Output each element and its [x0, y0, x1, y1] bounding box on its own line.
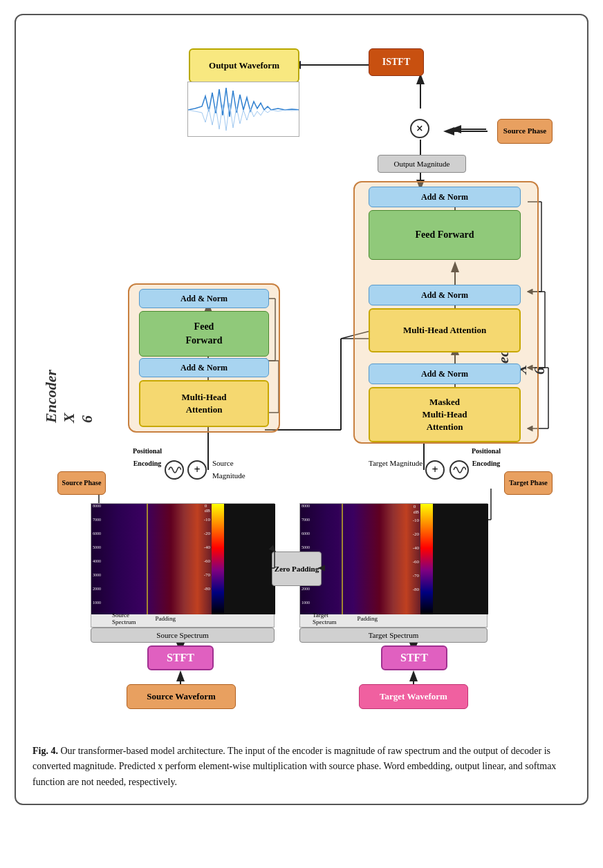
source-waveform-label: Source Waveform [147, 691, 216, 702]
positional-encoding-left-label: Positional Encoding [133, 447, 162, 467]
zero-padding-label: Zero Padding [275, 564, 319, 574]
target-waveform-label: Target Waveform [380, 691, 447, 702]
output-magnitude-label: Output Magnitude [394, 160, 450, 168]
source-phase-left-box: Source Phase [57, 471, 106, 495]
source-phase-top-box: Source Phase [497, 119, 553, 144]
target-spectrum-container: 0 dB -10 -20 -40 -60 -70 -80 8000 7000 6… [299, 503, 488, 628]
target-magnitude-text: Target Magnitude [369, 459, 423, 467]
feed-forward-dec-label: Feed Forward [415, 228, 474, 242]
stft-right-box: STFT [381, 645, 447, 670]
multi-head-enc-label: Multi-HeadAttention [182, 391, 227, 416]
waveform-visualization [187, 82, 299, 137]
source-phase-top-label: Source Phase [503, 126, 546, 135]
source-spectrum-container: 0 dB -10 -20 -40 -60 -70 -80 8000 7000 6… [91, 503, 275, 628]
stft-left-box: STFT [147, 645, 214, 670]
output-waveform-label: Output Waveform [209, 60, 279, 71]
caption-text: Our transformer-based model architecture… [33, 746, 556, 787]
output-magnitude-box: Output Magnitude [378, 155, 466, 173]
decoder-add-norm-top: Add & Norm [369, 187, 521, 207]
masked-multi-head-label: MaskedMulti-HeadAttention [423, 396, 467, 434]
source-magnitude-text: Source Magnitude [212, 459, 245, 480]
source-waveform-box: Source Waveform [127, 684, 236, 709]
figure-caption: Fig. 4. Our transformer-based model arch… [30, 744, 573, 790]
multiply-circle: × [410, 119, 429, 138]
caption-fig-label: Fig. 4. [33, 746, 58, 756]
decoder-multi-head: Multi-Head Attention [369, 308, 521, 352]
istft-box: ISTFT [369, 48, 424, 76]
diagram: Output Waveform ISTFT × Source Phase Out… [30, 29, 573, 734]
encoder-feed-forward: FeedForward [139, 311, 269, 357]
plus-circle-left: + [187, 460, 207, 480]
decoder-masked-multi-head: MaskedMulti-HeadAttention [369, 387, 521, 442]
encoder-multi-head: Multi-HeadAttention [139, 380, 269, 427]
source-spectrum-label-bar: Source Spectrum [91, 628, 275, 643]
stft-left-label: STFT [167, 652, 194, 664]
target-waveform-box: Target Waveform [359, 684, 468, 709]
encoder-add-norm-bot: Add & Norm [139, 358, 269, 377]
decoder-add-norm-mid: Add & Norm [369, 285, 521, 305]
positional-encoding-right-label: Positional Encoding [472, 447, 501, 467]
target-magnitude-label: Target Magnitude [369, 456, 424, 469]
feed-forward-enc-label: FeedForward [186, 320, 223, 347]
target-spectrum-label-bar: Target Spectrum [299, 628, 488, 643]
padding-sub2: Padding [358, 615, 378, 622]
source-phase-left-label: Source Phase [62, 479, 102, 487]
target-phase-right-box: Target Phase [504, 471, 553, 495]
sine-circle-right [449, 460, 469, 480]
decoder-feed-forward: Feed Forward [369, 210, 521, 260]
istft-label: ISTFT [382, 57, 410, 68]
output-waveform-box: Output Waveform [189, 48, 299, 83]
plus-circle-right: + [425, 460, 445, 480]
zero-padding-box: Zero Padding [272, 551, 322, 586]
source-magnitude-label: Source Magnitude [212, 456, 268, 481]
add-norm-4-label: Add & Norm [180, 294, 228, 304]
stft-right-label: STFT [400, 652, 428, 664]
decoder-add-norm-bot: Add & Norm [369, 364, 521, 384]
add-norm-5-label: Add & Norm [180, 363, 228, 373]
encoder-add-norm-top: Add & Norm [139, 289, 269, 308]
add-norm-2-label: Add & Norm [421, 290, 468, 301]
source-spectrum-label: Source Spectrum [156, 631, 208, 639]
add-norm-3-label: Add & Norm [421, 369, 468, 379]
target-phase-right-label: Target Phase [509, 479, 547, 487]
add-norm-1-label: Add & Norm [421, 192, 468, 202]
target-spectrum-label: Target Spectrum [369, 631, 419, 639]
target-spectrum-sub: TargetSpectrum [313, 612, 337, 625]
multi-head-dec-label: Multi-Head Attention [403, 324, 486, 337]
sine-circle-left [165, 460, 184, 480]
padding-sub: Padding [156, 615, 176, 622]
source-spectrum-sub: SourceSpectrum [112, 612, 136, 625]
figure-container: Output Waveform ISTFT × Source Phase Out… [15, 14, 588, 805]
